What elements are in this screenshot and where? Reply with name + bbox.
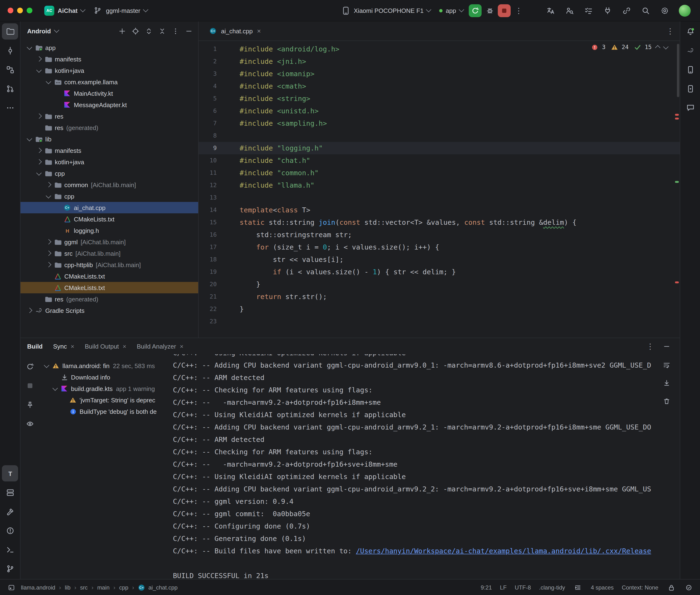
project-tree-item-res[interactable]: res(generated) bbox=[21, 122, 198, 133]
project-tree-item-res[interactable]: res bbox=[21, 111, 198, 122]
project-tree-item-manifests[interactable]: manifests bbox=[21, 53, 198, 65]
encoding-widget[interactable]: UTF-8 bbox=[515, 584, 531, 591]
editor-line[interactable]: 17 for (size_t i = 0; i < values.size();… bbox=[199, 241, 680, 253]
editor-line[interactable]: 13 bbox=[199, 192, 680, 204]
editor-line[interactable]: 12#include "llama.h" bbox=[199, 179, 680, 192]
project-tree-item-res[interactable]: res(generated) bbox=[21, 293, 198, 305]
project-tree-item-cpp[interactable]: cpp bbox=[21, 168, 198, 179]
project-tree-item-logging-h[interactable]: Hlogging.h bbox=[21, 225, 198, 236]
rerun-button[interactable] bbox=[469, 4, 482, 17]
commit-icon[interactable] bbox=[2, 42, 18, 59]
editor-line[interactable]: 19 if (i < values.size() - 1) { str << d… bbox=[199, 266, 680, 278]
close-window-button[interactable] bbox=[8, 8, 13, 13]
editor-line[interactable]: 16 std::ostringstream str; bbox=[199, 229, 680, 241]
clear-icon[interactable] bbox=[660, 394, 673, 407]
project-tree-item-app[interactable]: app bbox=[21, 42, 198, 53]
context-widget[interactable]: Context: None bbox=[622, 584, 658, 591]
chevron-closed-icon[interactable] bbox=[44, 263, 53, 267]
chevron-closed-icon[interactable] bbox=[35, 115, 43, 118]
breadcrumb-item-lib[interactable]: lib bbox=[64, 584, 72, 591]
plugin-icon[interactable] bbox=[601, 4, 614, 17]
chevron-closed-icon[interactable] bbox=[35, 149, 43, 152]
version-control-icon[interactable] bbox=[2, 561, 18, 577]
build-tree-item-jvmtarget-string-is-deprec[interactable]: 'jvmTarget: String' is deprec bbox=[39, 394, 169, 406]
chevron-open-icon[interactable] bbox=[44, 195, 53, 198]
user-avatar[interactable] bbox=[679, 4, 691, 17]
indent-settings-icon[interactable] bbox=[573, 584, 583, 591]
ide-status-icon[interactable] bbox=[684, 584, 694, 591]
chevron-closed-icon[interactable] bbox=[44, 252, 53, 255]
editor-scrollbar[interactable] bbox=[677, 44, 679, 97]
hide-icon[interactable] bbox=[183, 25, 194, 37]
stop-button[interactable] bbox=[498, 4, 511, 17]
lock-icon[interactable] bbox=[666, 584, 676, 591]
next-problem-icon[interactable] bbox=[663, 44, 668, 49]
project-tree-item-ai-chat-cpp[interactable]: C+ai_chat.cpp bbox=[21, 202, 198, 213]
breadcrumb-item-src[interactable]: src bbox=[79, 584, 89, 591]
close-tab-icon[interactable]: × bbox=[123, 343, 126, 350]
project-tree-item-gradle-scripts[interactable]: Gradle Scripts bbox=[21, 305, 198, 316]
logcat-icon[interactable]: T bbox=[2, 465, 18, 481]
project-folder-icon[interactable] bbox=[2, 23, 18, 39]
chevron-closed-icon[interactable] bbox=[44, 183, 53, 187]
locate-icon[interactable] bbox=[130, 25, 141, 37]
chevron-open-icon[interactable] bbox=[25, 138, 34, 140]
project-tree-item-cmakelists-txt[interactable]: CMakeLists.txt bbox=[21, 282, 198, 293]
build-tab-sync[interactable]: Sync× bbox=[53, 343, 74, 350]
tab-options-icon[interactable]: ⋮ bbox=[666, 26, 674, 35]
breadcrumb-item-ai-chat-cpp[interactable]: ai_chat.cpp bbox=[147, 584, 179, 591]
chevron-open-icon[interactable] bbox=[35, 172, 43, 175]
minimize-window-button[interactable] bbox=[17, 8, 23, 13]
more-v-icon[interactable] bbox=[170, 25, 181, 37]
project-tree-item-ggml[interactable]: ggml[AiChat.lib.main] bbox=[21, 236, 198, 248]
assistant-icon[interactable] bbox=[682, 100, 698, 116]
gradle-icon[interactable] bbox=[682, 42, 698, 59]
editor-line[interactable]: 4#include <cmath> bbox=[199, 80, 680, 92]
chevron-open-icon[interactable] bbox=[25, 47, 34, 49]
search-icon[interactable] bbox=[639, 4, 652, 17]
translate-icon[interactable] bbox=[543, 4, 557, 17]
vcs-branch-widget[interactable]: ggml-master bbox=[89, 3, 152, 18]
build-tree-item-buildtype-debug-is-both-de[interactable]: BuildType 'debug' is both de bbox=[39, 406, 169, 417]
chevron-open-icon[interactable] bbox=[51, 387, 60, 390]
close-tab-icon[interactable]: × bbox=[71, 343, 74, 350]
run-config-selector[interactable]: app bbox=[435, 3, 467, 18]
notifications-icon[interactable] bbox=[682, 23, 698, 39]
chevron-open-icon[interactable] bbox=[43, 365, 51, 367]
chevron-open-icon[interactable] bbox=[44, 81, 53, 83]
settings-icon[interactable] bbox=[658, 4, 671, 17]
project-tree-item-cmakelists-txt[interactable]: CMakeLists.txt bbox=[21, 213, 198, 225]
build-tree-item-llama-android-fin[interactable]: llama.android: fin22 sec, 583 ms bbox=[39, 360, 169, 371]
chevron-closed-icon[interactable] bbox=[44, 240, 53, 244]
editor-line[interactable]: 20 } bbox=[199, 278, 680, 290]
problems-icon[interactable] bbox=[2, 522, 18, 539]
project-tree-item-com-example-llama[interactable]: com.example.llama bbox=[21, 76, 198, 88]
indent-widget[interactable]: 4 spaces bbox=[591, 584, 614, 591]
find-actions-icon[interactable] bbox=[563, 4, 576, 17]
project-tree-item-src[interactable]: src[AiChat.lib.main] bbox=[21, 248, 198, 259]
editor-line[interactable]: 3#include <iomanip> bbox=[199, 67, 680, 80]
terminal-icon[interactable] bbox=[2, 541, 18, 558]
running-devices-icon[interactable] bbox=[682, 81, 698, 97]
project-tree-item-kotlin-java[interactable]: kotlin+java bbox=[21, 156, 198, 168]
chevron-closed-icon[interactable] bbox=[35, 160, 43, 164]
project-tree-item-kotlin-java[interactable]: kotlin+java bbox=[21, 65, 198, 76]
breadcrumb-item-llama-android[interactable]: llama.android bbox=[20, 584, 56, 591]
chevron-open-icon[interactable] bbox=[35, 69, 43, 72]
chevron-closed-icon[interactable] bbox=[35, 57, 43, 61]
stop-disabled-icon[interactable] bbox=[23, 379, 37, 392]
editor-line[interactable]: 22} bbox=[199, 303, 680, 315]
project-tree-item-cpp-httplib[interactable]: cpp-httplib[AiChat.lib.main] bbox=[21, 259, 198, 271]
window-layout-icon[interactable] bbox=[7, 584, 16, 591]
hide-build-panel-button[interactable] bbox=[660, 340, 673, 353]
build-tab-build-analyzer[interactable]: Build Analyzer× bbox=[137, 343, 184, 350]
caret-position[interactable]: 9:21 bbox=[481, 584, 492, 591]
link-icon[interactable] bbox=[620, 4, 633, 17]
project-tree-item-cmakelists-txt[interactable]: CMakeLists.txt bbox=[21, 271, 198, 282]
collapse-all-icon[interactable] bbox=[156, 25, 168, 37]
device-selector[interactable]: Xiaomi POCOPHONE F1 bbox=[337, 3, 435, 18]
build-options-button[interactable]: ⋮ bbox=[644, 340, 657, 353]
breadcrumb-item-cpp[interactable]: cpp bbox=[118, 584, 129, 591]
add-icon[interactable] bbox=[116, 25, 128, 37]
scroll-end-icon[interactable] bbox=[660, 376, 673, 390]
